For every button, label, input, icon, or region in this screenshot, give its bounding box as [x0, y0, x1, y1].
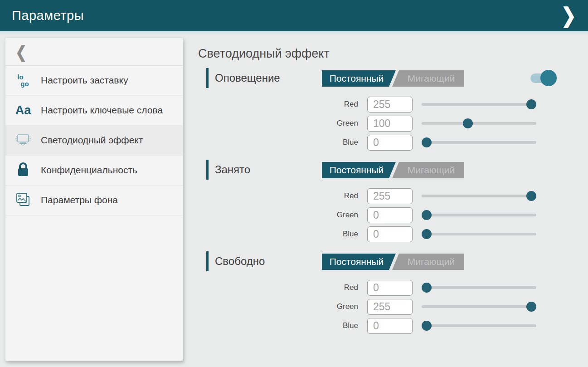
section-header: Свободно Постоянный Мигающий — [198, 251, 588, 271]
slider-thumb[interactable] — [422, 229, 432, 239]
channel-label: Blue — [321, 321, 358, 330]
logo-icon: logo — [17, 74, 29, 87]
channel-value-input[interactable] — [367, 207, 413, 223]
sidebar-item-label: Настроить заставку — [41, 74, 128, 86]
channel-value-input[interactable] — [367, 97, 413, 113]
slider-track[interactable] — [422, 286, 536, 289]
channel-slider[interactable] — [422, 188, 536, 204]
sidebar-collapse-button[interactable]: ❮ — [5, 38, 183, 66]
slider-thumb[interactable] — [422, 283, 432, 293]
app-header: Параметры ❯ — [0, 0, 588, 31]
forward-chevron-icon[interactable]: ❯ — [561, 0, 576, 34]
sidebar-item-label: Настроить ключевые слова — [41, 104, 163, 116]
channel-row: Green — [321, 207, 588, 223]
channel-value-input[interactable] — [367, 280, 413, 296]
slider-thumb[interactable] — [422, 137, 432, 147]
section-accent-bar — [206, 251, 209, 271]
sidebar-item-label: Конфиденциальность — [41, 164, 137, 176]
slider-track[interactable] — [422, 214, 536, 216]
section-enable-toggle[interactable] — [530, 70, 557, 86]
page-title: Параметры — [12, 8, 84, 23]
channel-value-input[interactable] — [367, 226, 413, 242]
channel-slider[interactable] — [422, 226, 536, 242]
mode-option-constant[interactable]: Постоянный — [322, 254, 396, 270]
header-divider — [0, 31, 588, 34]
section-header: Оповещение Постоянный Мигающий — [198, 68, 588, 88]
background-image-icon — [15, 191, 32, 210]
mode-segmented-control: Постоянный Мигающий — [322, 162, 464, 178]
led-section: Свободно Постоянный Мигающий Red Green B… — [198, 251, 588, 334]
mode-option-constant[interactable]: Постоянный — [322, 162, 396, 178]
channel-value-input[interactable] — [367, 299, 413, 315]
channel-row: Blue — [321, 226, 588, 242]
mode-option-blinking[interactable]: Мигающий — [398, 70, 464, 87]
slider-track[interactable] — [422, 141, 536, 144]
channel-label: Green — [321, 302, 358, 311]
slider-track[interactable] — [422, 305, 536, 308]
channel-label: Red — [321, 283, 358, 292]
channel-slider[interactable] — [422, 298, 536, 315]
sidebar: ❮ logo Настроить заставку Aa Настроить к… — [5, 38, 183, 361]
section-label: Оповещение — [215, 72, 280, 84]
led-section: Занято Постоянный Мигающий Red Green Blu… — [198, 160, 588, 242]
slider-thumb[interactable] — [422, 321, 432, 331]
channel-label: Green — [321, 119, 358, 128]
channel-row: Blue — [321, 318, 588, 334]
slider-track[interactable] — [422, 122, 536, 125]
channel-label: Blue — [321, 138, 358, 147]
led-monitor-icon — [14, 132, 32, 149]
mode-option-blinking[interactable]: Мигающий — [398, 162, 464, 178]
mode-segmented-control: Постоянный Мигающий — [322, 254, 464, 270]
sections-container: Оповещение Постоянный Мигающий Red Green… — [198, 68, 588, 334]
channel-slider[interactable] — [422, 279, 536, 296]
sidebar-item[interactable]: Aa Настроить ключевые слова — [5, 96, 183, 126]
back-chevron-icon: ❮ — [15, 42, 27, 61]
channel-rows: Red Green Blue — [198, 188, 588, 242]
sidebar-item[interactable]: Параметры фона — [5, 186, 183, 215]
channel-label: Green — [321, 210, 358, 220]
channel-row: Green — [321, 298, 588, 315]
channel-slider[interactable] — [422, 207, 536, 223]
sidebar-item-label: Светодиодный эффект — [41, 134, 143, 146]
slider-track[interactable] — [422, 233, 536, 235]
channel-value-input[interactable] — [367, 116, 413, 132]
slider-track[interactable] — [422, 103, 536, 106]
section-accent-bar — [206, 68, 209, 88]
channel-row: Red — [321, 279, 588, 296]
channel-row: Green — [321, 115, 588, 132]
channel-slider[interactable] — [422, 134, 536, 151]
channel-rows: Red Green Blue — [198, 96, 588, 151]
toggle-knob — [540, 70, 557, 86]
channel-value-input[interactable] — [367, 318, 413, 334]
lock-icon — [15, 161, 31, 180]
channel-row: Blue — [321, 134, 588, 151]
channel-slider[interactable] — [422, 318, 536, 334]
channel-slider[interactable] — [422, 115, 536, 132]
channel-slider[interactable] — [422, 96, 536, 113]
section-header: Занято Постоянный Мигающий — [198, 160, 588, 180]
main-content: Светодиодный эффект Оповещение Постоянны… — [198, 34, 588, 367]
keywords-icon: Aa — [15, 104, 31, 117]
channel-value-input[interactable] — [367, 188, 413, 204]
slider-track[interactable] — [422, 324, 536, 327]
sidebar-item[interactable]: Светодиодный эффект — [5, 126, 183, 156]
sidebar-item-label: Параметры фона — [41, 194, 118, 206]
led-section: Оповещение Постоянный Мигающий Red Green… — [198, 68, 588, 151]
main-title: Светодиодный эффект — [198, 47, 588, 61]
sidebar-menu: logo Настроить заставку Aa Настроить клю… — [5, 66, 183, 215]
slider-thumb[interactable] — [526, 99, 536, 109]
channel-rows: Red Green Blue — [198, 279, 588, 334]
section-label: Свободно — [215, 255, 265, 268]
channel-row: Red — [321, 188, 588, 204]
mode-segmented-control: Постоянный Мигающий — [322, 70, 464, 87]
slider-thumb[interactable] — [526, 191, 536, 201]
mode-option-constant[interactable]: Постоянный — [322, 70, 396, 87]
channel-value-input[interactable] — [367, 135, 413, 151]
sidebar-item[interactable]: logo Настроить заставку — [5, 66, 183, 96]
mode-option-blinking[interactable]: Мигающий — [398, 254, 464, 270]
slider-thumb[interactable] — [422, 210, 432, 220]
sidebar-item[interactable]: Конфиденциальность — [5, 156, 183, 186]
slider-track[interactable] — [422, 195, 536, 197]
slider-thumb[interactable] — [463, 118, 473, 128]
slider-thumb[interactable] — [526, 302, 536, 312]
